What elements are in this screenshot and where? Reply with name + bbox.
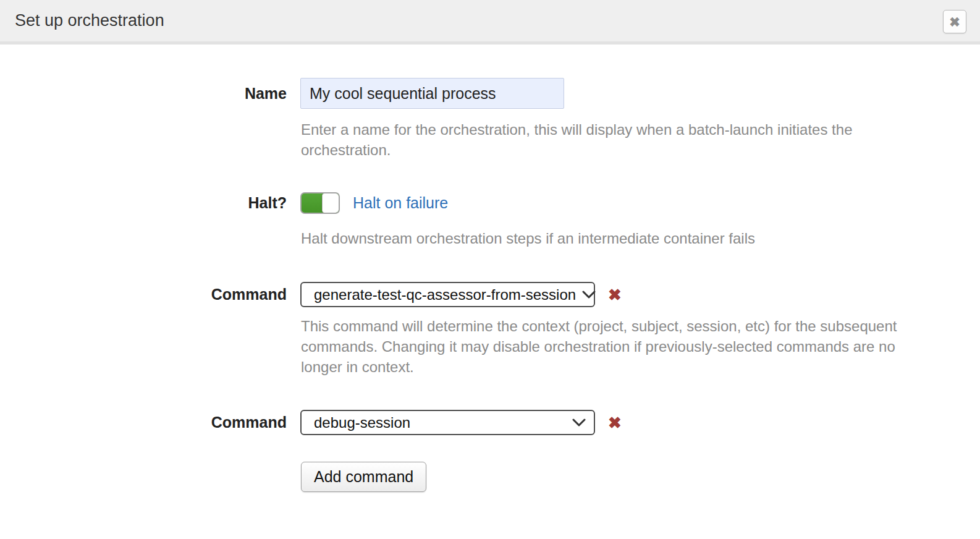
halt-label: Halt? xyxy=(0,194,287,212)
halt-toggle-knob xyxy=(322,193,339,213)
remove-command-icon[interactable]: ✖ xyxy=(608,287,622,303)
page-title: Set up orchestration xyxy=(15,11,164,30)
chevron-down-icon xyxy=(582,291,596,299)
command-row: Command debug-session ✖ xyxy=(0,410,980,435)
halt-row: Halt? Halt on failure xyxy=(0,192,980,214)
command-select-value: generate-test-qc-assessor-from-session xyxy=(314,286,576,303)
command-select[interactable]: generate-test-qc-assessor-from-session xyxy=(300,282,595,307)
add-command-row: Add command xyxy=(301,462,980,492)
add-command-button[interactable]: Add command xyxy=(301,462,426,492)
close-button[interactable]: ✖ xyxy=(943,10,966,33)
halt-on-failure-link[interactable]: Halt on failure xyxy=(353,194,448,212)
command-label: Command xyxy=(0,414,287,431)
setup-orchestration-modal: Set up orchestration ✖ Name Enter a name… xyxy=(0,0,980,492)
command-help-text: This command will determine the context … xyxy=(301,316,910,377)
modal-header: Set up orchestration ✖ xyxy=(0,0,980,45)
name-help-text: Enter a name for the orchestration, this… xyxy=(301,119,910,160)
command-select[interactable]: debug-session xyxy=(300,410,595,435)
halt-toggle[interactable] xyxy=(300,192,340,214)
name-row: Name xyxy=(0,78,980,109)
name-input[interactable] xyxy=(300,78,564,109)
remove-command-icon[interactable]: ✖ xyxy=(608,415,622,431)
halt-help-text: Halt downstream orchestration steps if a… xyxy=(301,228,910,248)
orchestration-form: Name Enter a name for the orchestration,… xyxy=(0,45,980,492)
command-select-value: debug-session xyxy=(314,414,410,431)
name-label: Name xyxy=(0,85,287,103)
chevron-down-icon xyxy=(572,418,586,427)
command-label: Command xyxy=(0,286,287,303)
command-row: Command generate-test-qc-assessor-from-s… xyxy=(0,282,980,307)
close-icon: ✖ xyxy=(949,15,960,28)
